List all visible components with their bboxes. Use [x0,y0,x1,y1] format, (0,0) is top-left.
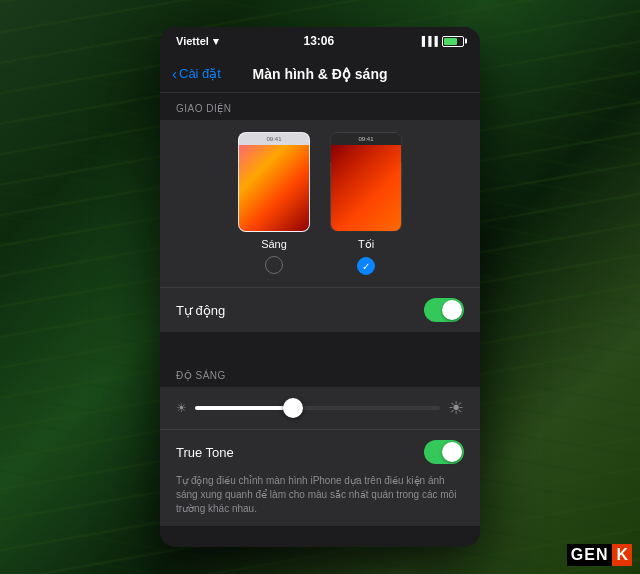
genk-gen-text: GEN [567,544,613,566]
brightness-section: ☀ ☀ True Tone Tự động điều chỉnh màn hìn… [160,387,480,526]
brightness-low-icon: ☀ [176,401,187,415]
true-tone-description: Tự động điều chỉnh màn hình iPhone dựa t… [160,474,480,526]
do-sang-label: ĐỘ SÁNG [160,360,480,387]
phone-screen: Viettel ▾ 13:06 ▐▐▐ ‹ Cài đặt Màn hình &… [160,27,480,547]
light-theme-option[interactable]: 09:41 Sáng [238,132,310,275]
true-tone-row: True Tone [160,429,480,474]
auto-toggle-knob [442,300,462,320]
auto-row: Tự động [160,287,480,332]
back-button[interactable]: ‹ Cài đặt [172,65,221,82]
time-label: 13:06 [303,34,334,48]
light-preview-time: 09:41 [266,136,281,142]
battery-fill [444,38,457,45]
wifi-icon: ▾ [213,35,219,48]
light-theme-radio[interactable] [265,256,283,274]
brightness-row: ☀ ☀ [160,387,480,429]
light-preview-status: 09:41 [239,133,309,145]
brightness-slider[interactable] [195,406,440,410]
light-theme-preview: 09:41 [238,132,310,232]
true-tone-toggle-knob [442,442,462,462]
theme-selector: 09:41 Sáng 09:41 Tối [160,120,480,287]
signal-icon: ▐▐▐ [419,36,438,46]
dark-preview-status: 09:41 [331,133,401,145]
light-theme-name: Sáng [261,238,287,250]
auto-label: Tự động [176,303,225,318]
status-left: Viettel ▾ [176,35,219,48]
separator-1 [160,332,480,360]
dark-theme-option[interactable]: 09:41 Tối ✓ [330,132,402,275]
scroll-content[interactable]: GIAO DIỆN 09:41 Sáng 09 [160,93,480,547]
nav-title: Màn hình & Độ sáng [253,66,388,82]
phone-container: Viettel ▾ 13:06 ▐▐▐ ‹ Cài đặt Màn hình &… [160,27,480,547]
genk-watermark: GEN K [567,544,632,566]
light-preview-wallpaper [239,145,309,232]
back-label: Cài đặt [179,66,221,81]
brightness-fill [195,406,293,410]
dark-theme-preview: 09:41 [330,132,402,232]
giao-dien-label: GIAO DIỆN [160,93,480,120]
true-tone-label: True Tone [176,445,234,460]
dark-theme-radio[interactable]: ✓ [357,257,375,275]
back-chevron-icon: ‹ [172,65,177,82]
status-right: ▐▐▐ [419,36,464,47]
brightness-high-icon: ☀ [448,397,464,419]
separator-2 [160,526,480,547]
nav-bar: ‹ Cài đặt Màn hình & Độ sáng [160,55,480,93]
dark-preview-wallpaper [331,145,401,232]
true-tone-toggle[interactable] [424,440,464,464]
status-bar: Viettel ▾ 13:06 ▐▐▐ [160,27,480,55]
checkmark-icon: ✓ [362,261,370,272]
carrier-label: Viettel [176,35,209,47]
dark-theme-name: Tối [358,238,374,251]
auto-toggle[interactable] [424,298,464,322]
dark-preview-time: 09:41 [358,136,373,142]
genk-k-text: K [612,544,632,566]
battery-icon [442,36,464,47]
brightness-thumb [283,398,303,418]
